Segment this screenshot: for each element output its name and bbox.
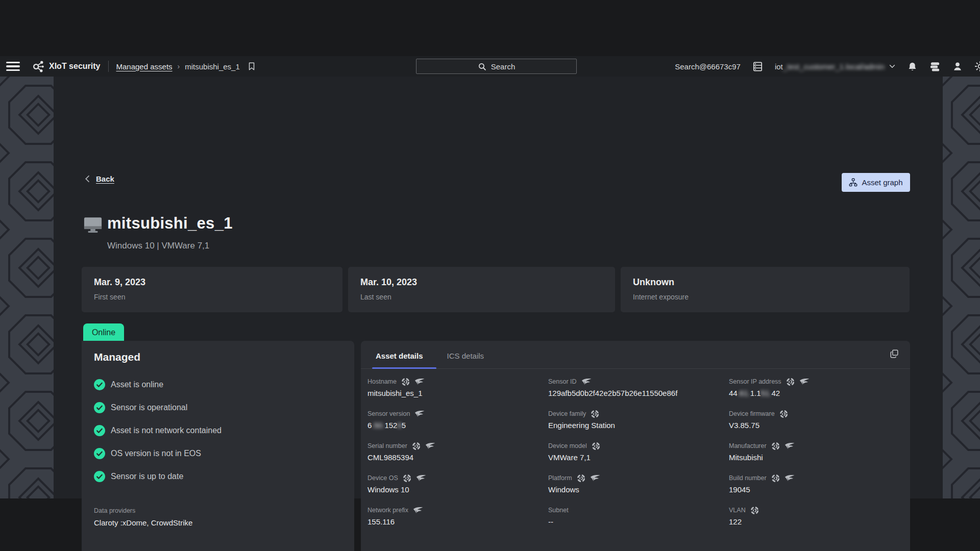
- field-label: Build number: [729, 474, 767, 482]
- field-value: Engineering Station: [548, 421, 729, 430]
- check-label: Asset is online: [111, 380, 163, 389]
- tab-label: Asset details: [376, 352, 423, 360]
- asset-field: Build number 19045: [729, 473, 902, 505]
- field-label-row: Manufacturer: [729, 441, 902, 451]
- field-label-row: Sensor version: [368, 409, 548, 419]
- field-value: Mitsubishi: [729, 453, 902, 462]
- field-value: VMWare 7,1: [548, 453, 729, 462]
- field-label: Serial number: [368, 442, 407, 449]
- page-content: Back Asset graph mitsubishi_es_1 Windows…: [0, 77, 980, 498]
- breadcrumb-separator-icon: ›: [178, 62, 180, 70]
- search-icon: [478, 62, 486, 71]
- xdome-provider-icon: [412, 442, 421, 450]
- status-badge: Online: [83, 323, 124, 341]
- check-circle-icon: [94, 425, 105, 436]
- details-tab[interactable]: Asset details: [376, 352, 423, 368]
- field-value: --: [548, 517, 729, 526]
- account-name-visible: iot: [775, 62, 783, 71]
- field-label: Network prefix: [368, 507, 408, 514]
- field-value: 129afb5d0b2f42e2b57b26e11550e86f: [548, 389, 729, 397]
- asset-field: Manufacturer Mitsubishi: [729, 441, 902, 473]
- health-check-item: Asset is not network contained: [94, 425, 222, 436]
- account-dropdown[interactable]: iot_test_customer_1.local/admin: [775, 62, 896, 71]
- field-value: V3.85.75: [729, 421, 902, 430]
- check-label: OS version is not in EOS: [111, 449, 201, 458]
- top-nav-bar: XIoT security Managed assets › mitsubish…: [0, 56, 980, 77]
- field-label-row: Network prefix: [368, 505, 548, 515]
- asset-graph-button[interactable]: Asset graph: [842, 173, 910, 192]
- details-panel: Asset details ICS details Hostname: [361, 341, 910, 551]
- field-value: 155.116: [368, 517, 548, 526]
- nav-right-group: Search@66673c97 iot_test_customer_1.loca…: [675, 56, 980, 77]
- xdome-provider-icon: [403, 474, 411, 483]
- managed-panel-title: Managed: [94, 351, 140, 363]
- health-check-item: Sensor is operational: [94, 402, 222, 413]
- xdome-provider-icon: [771, 442, 780, 450]
- page-title: mitsubishi_es_1: [107, 214, 233, 233]
- activity-feed-icon[interactable]: [929, 61, 941, 72]
- summary-card-value: Unknown: [633, 277, 910, 288]
- xdome-provider-icon: [779, 410, 788, 418]
- summary-cards: Mar. 9, 2023 First seen Mar. 10, 2023 La…: [82, 267, 910, 312]
- details-tabs: Asset details ICS details: [361, 341, 910, 369]
- data-table-icon[interactable]: [752, 61, 764, 72]
- asset-field: Sensor IP address 44.61.1.151.42: [729, 377, 902, 409]
- bookmark-icon[interactable]: [247, 62, 256, 71]
- managed-panel: Managed Asset is online Sens: [82, 341, 354, 551]
- user-profile-icon[interactable]: [952, 61, 963, 72]
- field-value: mitsubishi_es_1: [368, 389, 548, 397]
- xdome-provider-icon: [786, 378, 795, 386]
- back-label: Back: [96, 174, 114, 183]
- global-search-input[interactable]: Search: [416, 59, 577, 74]
- field-label: Manufacturer: [729, 442, 767, 449]
- field-value: 122: [729, 517, 902, 526]
- nav-left-group: XIoT security Managed assets › mitsubish…: [0, 60, 256, 73]
- field-label: Device OS: [368, 474, 398, 482]
- details-tab[interactable]: ICS details: [447, 352, 484, 368]
- asset-field: Sensor version 6.50.15205: [368, 409, 548, 441]
- crowdstrike-provider-icon: [425, 442, 436, 450]
- health-check-item: Asset is online: [94, 379, 222, 390]
- summary-card: Mar. 9, 2023 First seen: [82, 267, 342, 312]
- asset-field: Device model VMWare 7,1: [548, 441, 729, 473]
- breadcrumb-managed-assets-link[interactable]: Managed assets: [116, 62, 172, 71]
- brand: XIoT security: [31, 60, 100, 73]
- crowdstrike-provider-icon: [581, 378, 592, 386]
- nav-divider: [108, 61, 109, 72]
- field-value: 19045: [729, 485, 902, 494]
- copy-icon[interactable]: [890, 349, 899, 358]
- xdome-provider-icon: [771, 474, 780, 483]
- hamburger-menu-icon[interactable]: [6, 62, 20, 71]
- data-providers-value: Claroty :xDome, CrowdStrike: [94, 518, 192, 527]
- field-label: Device family: [548, 410, 586, 417]
- brightness-icon[interactable]: [974, 61, 980, 72]
- asset-field: Device family Engineering Station: [548, 409, 729, 441]
- field-value: 44.61.1.151.42: [729, 389, 902, 397]
- field-label: Device firmware: [729, 410, 775, 417]
- tab-label: ICS details: [447, 352, 484, 360]
- field-value: 6.50.15205: [368, 421, 548, 430]
- field-label-row: Device OS: [368, 473, 548, 483]
- asset-field: Network prefix 155.116: [368, 505, 548, 537]
- field-label-row: Build number: [729, 473, 902, 483]
- check-circle-icon: [94, 471, 105, 482]
- field-label: Hostname: [368, 378, 397, 385]
- asset-field: Sensor ID 129afb5d0b2f42e2b57b26e11550e8…: [548, 377, 729, 409]
- account-name-blurred: _test_customer_1.local/admin: [783, 62, 885, 71]
- field-label-row: Serial number: [368, 441, 548, 451]
- notifications-bell-icon[interactable]: [907, 61, 918, 72]
- summary-card-value: Mar. 9, 2023: [94, 277, 342, 288]
- xiot-logo-icon: [31, 60, 45, 73]
- summary-card-label: Last seen: [360, 293, 615, 301]
- back-link[interactable]: Back: [84, 174, 114, 183]
- product-title: XIoT security: [49, 62, 100, 71]
- field-label-row: Device firmware: [729, 409, 902, 419]
- asset-fields-grid: Hostname mitsubishi_es_1: [368, 377, 902, 537]
- field-label: Sensor ID: [548, 378, 577, 385]
- breadcrumb-current: mitsubishi_es_1: [185, 62, 240, 71]
- background-pattern-right: [943, 77, 980, 498]
- summary-card: Mar. 10, 2023 Last seen: [348, 267, 615, 312]
- field-label: Sensor IP address: [729, 378, 781, 385]
- crowdstrike-provider-icon: [799, 378, 810, 386]
- field-label-row: Device family: [548, 409, 729, 419]
